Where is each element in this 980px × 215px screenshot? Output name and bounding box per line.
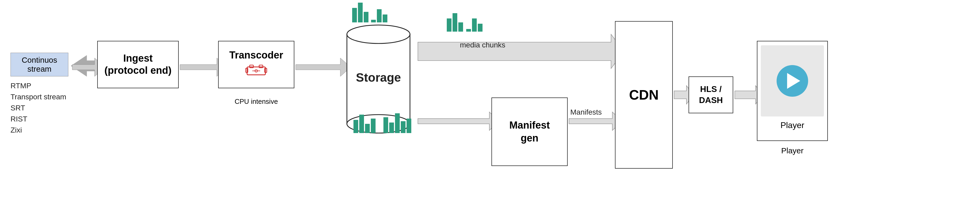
diagram: Continuos stream RTMP Transport stream S… bbox=[0, 0, 980, 215]
svg-marker-7 bbox=[418, 34, 624, 69]
manifest-gen-box: Manifestgen bbox=[492, 98, 568, 166]
media-chunks-barchart bbox=[447, 13, 482, 32]
player-screen bbox=[761, 45, 824, 117]
protocol-ts: Transport stream bbox=[11, 91, 66, 103]
svg-marker-8 bbox=[418, 112, 500, 130]
arrows-svg bbox=[0, 0, 980, 215]
protocol-zixi: Zixi bbox=[11, 125, 66, 136]
manifest-gen-label: Manifestgen bbox=[509, 119, 550, 145]
play-triangle-icon bbox=[787, 73, 800, 89]
cpu-intensive-label: CPU intensive bbox=[218, 98, 294, 106]
player-sublabel: Player bbox=[757, 146, 828, 155]
svg-text:Storage: Storage bbox=[356, 71, 401, 84]
protocol-rtmp: RTMP bbox=[11, 80, 66, 91]
storage-bottom-barcharts bbox=[353, 113, 411, 133]
svg-point-20 bbox=[347, 25, 410, 43]
protocol-rist: RIST bbox=[11, 114, 66, 125]
ingest-label: Ingest(protocol end) bbox=[104, 53, 171, 76]
ingest-box: Ingest(protocol end) bbox=[97, 41, 179, 88]
storage-top-barchart bbox=[352, 3, 387, 22]
continuous-stream-label: Continuos stream bbox=[11, 56, 68, 74]
media-chunks-label: media chunks bbox=[460, 41, 505, 49]
svg-marker-0 bbox=[71, 55, 96, 76]
transcoder-label: Transcoder bbox=[229, 50, 283, 61]
hls-dash-box: HLS /DASH bbox=[689, 76, 733, 113]
storage-container: Storage bbox=[339, 21, 418, 138]
player-box: Player bbox=[757, 41, 828, 141]
play-button bbox=[776, 65, 808, 97]
manifests-label: Manifests bbox=[570, 108, 602, 117]
player-label: Player bbox=[781, 120, 805, 130]
cdn-label: CDN bbox=[629, 87, 659, 103]
hls-dash-label: HLS /DASH bbox=[699, 84, 723, 106]
transcoder-box: Transcoder bbox=[218, 41, 294, 88]
continuous-stream-box: Continuos stream bbox=[11, 53, 68, 76]
protocol-list: RTMP Transport stream SRT RIST Zixi bbox=[11, 80, 66, 136]
protocol-srt: SRT bbox=[11, 103, 66, 114]
cpu-icon bbox=[244, 63, 268, 80]
cdn-box: CDN bbox=[615, 21, 673, 168]
